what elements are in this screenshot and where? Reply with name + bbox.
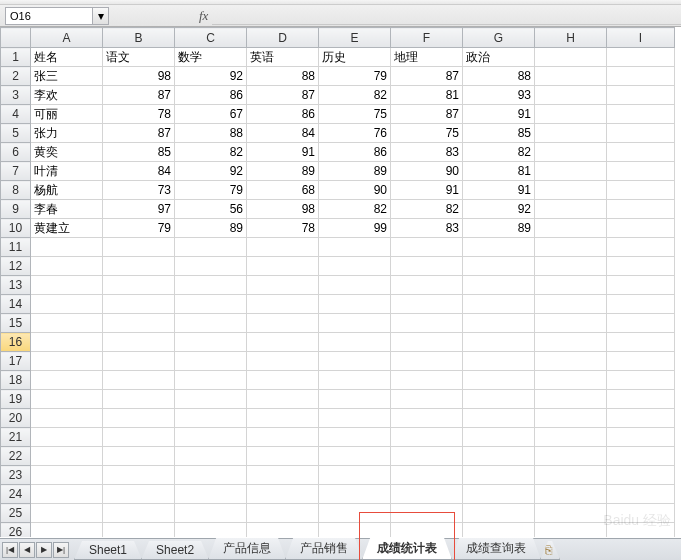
row-header-25[interactable]: 25	[1, 504, 31, 523]
cell-G22[interactable]	[463, 447, 535, 466]
cell-G17[interactable]	[463, 352, 535, 371]
cell-I15[interactable]	[607, 314, 675, 333]
cell-I13[interactable]	[607, 276, 675, 295]
col-header-E[interactable]: E	[319, 28, 391, 48]
cell-A17[interactable]	[31, 352, 103, 371]
cell-F20[interactable]	[391, 409, 463, 428]
cell-A12[interactable]	[31, 257, 103, 276]
col-header-A[interactable]: A	[31, 28, 103, 48]
sheet-tab-1[interactable]: Sheet2	[141, 541, 209, 560]
cell-C25[interactable]	[175, 504, 247, 523]
cell-I10[interactable]	[607, 219, 675, 238]
cell-D25[interactable]	[247, 504, 319, 523]
cell-B1[interactable]: 语文	[103, 48, 175, 67]
cell-H19[interactable]	[535, 390, 607, 409]
cell-C6[interactable]: 82	[175, 143, 247, 162]
row-header-24[interactable]: 24	[1, 485, 31, 504]
cell-H25[interactable]	[535, 504, 607, 523]
cell-G23[interactable]	[463, 466, 535, 485]
cell-F3[interactable]: 81	[391, 86, 463, 105]
cell-H13[interactable]	[535, 276, 607, 295]
cell-E16[interactable]	[319, 333, 391, 352]
row-header-6[interactable]: 6	[1, 143, 31, 162]
cell-B2[interactable]: 98	[103, 67, 175, 86]
cell-C3[interactable]: 86	[175, 86, 247, 105]
cell-B26[interactable]	[103, 523, 175, 538]
cell-D19[interactable]	[247, 390, 319, 409]
cell-G2[interactable]: 88	[463, 67, 535, 86]
cell-E19[interactable]	[319, 390, 391, 409]
cell-A21[interactable]	[31, 428, 103, 447]
cell-A16[interactable]	[31, 333, 103, 352]
cell-G7[interactable]: 81	[463, 162, 535, 181]
cell-H22[interactable]	[535, 447, 607, 466]
cell-D11[interactable]	[247, 238, 319, 257]
cell-E1[interactable]: 历史	[319, 48, 391, 67]
cell-D16[interactable]	[247, 333, 319, 352]
fx-label[interactable]: fx	[199, 8, 208, 24]
row-header-10[interactable]: 10	[1, 219, 31, 238]
cell-C24[interactable]	[175, 485, 247, 504]
row-header-13[interactable]: 13	[1, 276, 31, 295]
cell-G3[interactable]: 93	[463, 86, 535, 105]
cell-H4[interactable]	[535, 105, 607, 124]
cell-I1[interactable]	[607, 48, 675, 67]
cell-D12[interactable]	[247, 257, 319, 276]
cell-B24[interactable]	[103, 485, 175, 504]
cell-G8[interactable]: 91	[463, 181, 535, 200]
cell-H1[interactable]	[535, 48, 607, 67]
cell-D13[interactable]	[247, 276, 319, 295]
formula-input[interactable]	[212, 7, 681, 25]
cell-B11[interactable]	[103, 238, 175, 257]
cell-H8[interactable]	[535, 181, 607, 200]
cell-H20[interactable]	[535, 409, 607, 428]
row-header-23[interactable]: 23	[1, 466, 31, 485]
cell-D21[interactable]	[247, 428, 319, 447]
cell-D10[interactable]: 78	[247, 219, 319, 238]
cell-E14[interactable]	[319, 295, 391, 314]
cell-B15[interactable]	[103, 314, 175, 333]
cell-C14[interactable]	[175, 295, 247, 314]
worksheet-grid[interactable]: ABCDEFGHI1姓名语文数学英语历史地理政治2张三9892887987883…	[0, 27, 681, 537]
cell-A14[interactable]	[31, 295, 103, 314]
cell-A24[interactable]	[31, 485, 103, 504]
cell-I8[interactable]	[607, 181, 675, 200]
cell-F9[interactable]: 82	[391, 200, 463, 219]
cell-H18[interactable]	[535, 371, 607, 390]
cell-A18[interactable]	[31, 371, 103, 390]
cell-I5[interactable]	[607, 124, 675, 143]
cell-E2[interactable]: 79	[319, 67, 391, 86]
cell-I12[interactable]	[607, 257, 675, 276]
sheet-tab-4[interactable]: 成绩统计表	[362, 538, 452, 560]
cell-I7[interactable]	[607, 162, 675, 181]
cell-D14[interactable]	[247, 295, 319, 314]
col-header-G[interactable]: G	[463, 28, 535, 48]
cell-B23[interactable]	[103, 466, 175, 485]
cell-B6[interactable]: 85	[103, 143, 175, 162]
cell-C21[interactable]	[175, 428, 247, 447]
cell-D22[interactable]	[247, 447, 319, 466]
cell-G19[interactable]	[463, 390, 535, 409]
cell-C10[interactable]: 89	[175, 219, 247, 238]
cell-C13[interactable]	[175, 276, 247, 295]
cell-A19[interactable]	[31, 390, 103, 409]
cell-D3[interactable]: 87	[247, 86, 319, 105]
cell-H16[interactable]	[535, 333, 607, 352]
cell-B4[interactable]: 78	[103, 105, 175, 124]
cell-F7[interactable]: 90	[391, 162, 463, 181]
cell-A5[interactable]: 张力	[31, 124, 103, 143]
cell-D26[interactable]	[247, 523, 319, 538]
cell-B14[interactable]	[103, 295, 175, 314]
cell-I21[interactable]	[607, 428, 675, 447]
cell-F16[interactable]	[391, 333, 463, 352]
cell-F23[interactable]	[391, 466, 463, 485]
row-header-22[interactable]: 22	[1, 447, 31, 466]
cell-B17[interactable]	[103, 352, 175, 371]
cell-D1[interactable]: 英语	[247, 48, 319, 67]
cell-B10[interactable]: 79	[103, 219, 175, 238]
cell-A25[interactable]	[31, 504, 103, 523]
cell-E26[interactable]	[319, 523, 391, 538]
row-header-8[interactable]: 8	[1, 181, 31, 200]
sheet-tab-3[interactable]: 产品销售	[285, 538, 363, 560]
row-header-4[interactable]: 4	[1, 105, 31, 124]
